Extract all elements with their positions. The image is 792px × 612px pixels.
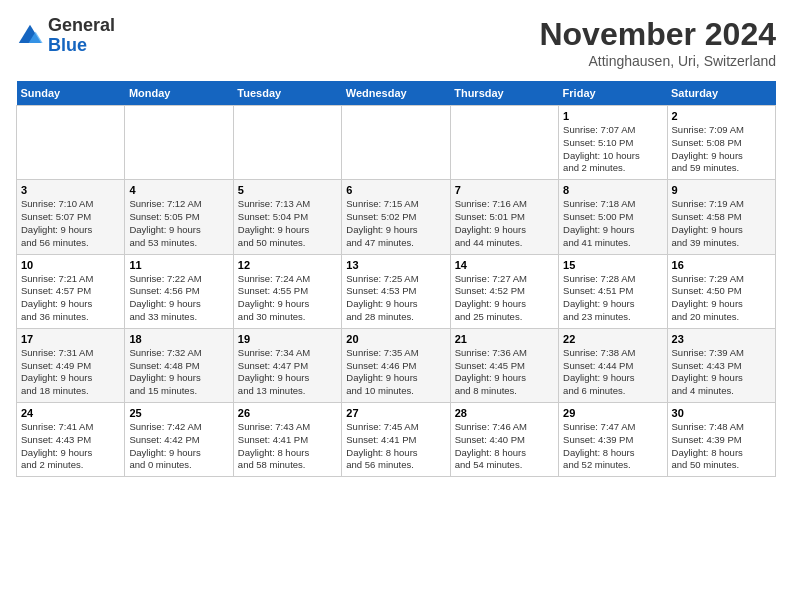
day-info: Sunrise: 7:29 AM Sunset: 4:50 PM Dayligh… [672,273,771,324]
day-cell: 29Sunrise: 7:47 AM Sunset: 4:39 PM Dayli… [559,403,667,477]
day-info: Sunrise: 7:43 AM Sunset: 4:41 PM Dayligh… [238,421,337,472]
day-number: 26 [238,407,337,419]
day-info: Sunrise: 7:42 AM Sunset: 4:42 PM Dayligh… [129,421,228,472]
day-number: 15 [563,259,662,271]
day-cell: 4Sunrise: 7:12 AM Sunset: 5:05 PM Daylig… [125,180,233,254]
day-cell: 9Sunrise: 7:19 AM Sunset: 4:58 PM Daylig… [667,180,775,254]
day-cell: 14Sunrise: 7:27 AM Sunset: 4:52 PM Dayli… [450,254,558,328]
day-number: 28 [455,407,554,419]
day-number: 4 [129,184,228,196]
day-cell: 30Sunrise: 7:48 AM Sunset: 4:39 PM Dayli… [667,403,775,477]
day-number: 18 [129,333,228,345]
day-info: Sunrise: 7:31 AM Sunset: 4:49 PM Dayligh… [21,347,120,398]
logo-text: General Blue [48,16,115,56]
day-cell: 1Sunrise: 7:07 AM Sunset: 5:10 PM Daylig… [559,106,667,180]
day-number: 22 [563,333,662,345]
month-title: November 2024 [539,16,776,53]
day-number: 6 [346,184,445,196]
day-info: Sunrise: 7:21 AM Sunset: 4:57 PM Dayligh… [21,273,120,324]
week-row-4: 17Sunrise: 7:31 AM Sunset: 4:49 PM Dayli… [17,328,776,402]
day-cell: 11Sunrise: 7:22 AM Sunset: 4:56 PM Dayli… [125,254,233,328]
column-header-saturday: Saturday [667,81,775,106]
day-number: 8 [563,184,662,196]
day-number: 24 [21,407,120,419]
day-cell: 22Sunrise: 7:38 AM Sunset: 4:44 PM Dayli… [559,328,667,402]
day-number: 13 [346,259,445,271]
day-number: 30 [672,407,771,419]
calendar-table: SundayMondayTuesdayWednesdayThursdayFrid… [16,81,776,477]
day-cell: 27Sunrise: 7:45 AM Sunset: 4:41 PM Dayli… [342,403,450,477]
logo-icon [16,22,44,50]
day-info: Sunrise: 7:22 AM Sunset: 4:56 PM Dayligh… [129,273,228,324]
day-cell: 6Sunrise: 7:15 AM Sunset: 5:02 PM Daylig… [342,180,450,254]
day-info: Sunrise: 7:24 AM Sunset: 4:55 PM Dayligh… [238,273,337,324]
day-info: Sunrise: 7:32 AM Sunset: 4:48 PM Dayligh… [129,347,228,398]
day-cell: 8Sunrise: 7:18 AM Sunset: 5:00 PM Daylig… [559,180,667,254]
day-cell: 24Sunrise: 7:41 AM Sunset: 4:43 PM Dayli… [17,403,125,477]
day-info: Sunrise: 7:45 AM Sunset: 4:41 PM Dayligh… [346,421,445,472]
day-number: 21 [455,333,554,345]
day-info: Sunrise: 7:38 AM Sunset: 4:44 PM Dayligh… [563,347,662,398]
day-number: 9 [672,184,771,196]
day-cell [233,106,341,180]
week-row-5: 24Sunrise: 7:41 AM Sunset: 4:43 PM Dayli… [17,403,776,477]
day-cell: 23Sunrise: 7:39 AM Sunset: 4:43 PM Dayli… [667,328,775,402]
day-info: Sunrise: 7:13 AM Sunset: 5:04 PM Dayligh… [238,198,337,249]
day-info: Sunrise: 7:25 AM Sunset: 4:53 PM Dayligh… [346,273,445,324]
day-cell: 19Sunrise: 7:34 AM Sunset: 4:47 PM Dayli… [233,328,341,402]
day-info: Sunrise: 7:18 AM Sunset: 5:00 PM Dayligh… [563,198,662,249]
day-cell: 21Sunrise: 7:36 AM Sunset: 4:45 PM Dayli… [450,328,558,402]
day-info: Sunrise: 7:10 AM Sunset: 5:07 PM Dayligh… [21,198,120,249]
day-info: Sunrise: 7:07 AM Sunset: 5:10 PM Dayligh… [563,124,662,175]
column-header-monday: Monday [125,81,233,106]
day-number: 10 [21,259,120,271]
day-cell [342,106,450,180]
header-row: SundayMondayTuesdayWednesdayThursdayFrid… [17,81,776,106]
day-cell [450,106,558,180]
day-info: Sunrise: 7:36 AM Sunset: 4:45 PM Dayligh… [455,347,554,398]
day-info: Sunrise: 7:41 AM Sunset: 4:43 PM Dayligh… [21,421,120,472]
day-info: Sunrise: 7:34 AM Sunset: 4:47 PM Dayligh… [238,347,337,398]
week-row-2: 3Sunrise: 7:10 AM Sunset: 5:07 PM Daylig… [17,180,776,254]
day-number: 3 [21,184,120,196]
day-cell: 26Sunrise: 7:43 AM Sunset: 4:41 PM Dayli… [233,403,341,477]
day-number: 1 [563,110,662,122]
day-info: Sunrise: 7:16 AM Sunset: 5:01 PM Dayligh… [455,198,554,249]
column-header-thursday: Thursday [450,81,558,106]
week-row-1: 1Sunrise: 7:07 AM Sunset: 5:10 PM Daylig… [17,106,776,180]
day-number: 25 [129,407,228,419]
logo: General Blue [16,16,115,56]
day-number: 27 [346,407,445,419]
column-header-sunday: Sunday [17,81,125,106]
day-number: 12 [238,259,337,271]
day-number: 14 [455,259,554,271]
day-number: 11 [129,259,228,271]
column-header-wednesday: Wednesday [342,81,450,106]
day-info: Sunrise: 7:15 AM Sunset: 5:02 PM Dayligh… [346,198,445,249]
day-info: Sunrise: 7:39 AM Sunset: 4:43 PM Dayligh… [672,347,771,398]
day-cell: 18Sunrise: 7:32 AM Sunset: 4:48 PM Dayli… [125,328,233,402]
week-row-3: 10Sunrise: 7:21 AM Sunset: 4:57 PM Dayli… [17,254,776,328]
day-cell: 13Sunrise: 7:25 AM Sunset: 4:53 PM Dayli… [342,254,450,328]
day-cell [17,106,125,180]
day-cell: 12Sunrise: 7:24 AM Sunset: 4:55 PM Dayli… [233,254,341,328]
day-info: Sunrise: 7:09 AM Sunset: 5:08 PM Dayligh… [672,124,771,175]
day-info: Sunrise: 7:19 AM Sunset: 4:58 PM Dayligh… [672,198,771,249]
day-cell [125,106,233,180]
day-number: 7 [455,184,554,196]
day-number: 29 [563,407,662,419]
title-area: November 2024 Attinghausen, Uri, Switzer… [539,16,776,69]
day-info: Sunrise: 7:46 AM Sunset: 4:40 PM Dayligh… [455,421,554,472]
day-cell: 17Sunrise: 7:31 AM Sunset: 4:49 PM Dayli… [17,328,125,402]
day-number: 16 [672,259,771,271]
column-header-tuesday: Tuesday [233,81,341,106]
day-info: Sunrise: 7:47 AM Sunset: 4:39 PM Dayligh… [563,421,662,472]
day-cell: 16Sunrise: 7:29 AM Sunset: 4:50 PM Dayli… [667,254,775,328]
day-number: 5 [238,184,337,196]
page-header: General Blue November 2024 Attinghausen,… [16,16,776,69]
location: Attinghausen, Uri, Switzerland [539,53,776,69]
day-cell: 5Sunrise: 7:13 AM Sunset: 5:04 PM Daylig… [233,180,341,254]
day-cell: 25Sunrise: 7:42 AM Sunset: 4:42 PM Dayli… [125,403,233,477]
day-info: Sunrise: 7:27 AM Sunset: 4:52 PM Dayligh… [455,273,554,324]
day-cell: 3Sunrise: 7:10 AM Sunset: 5:07 PM Daylig… [17,180,125,254]
